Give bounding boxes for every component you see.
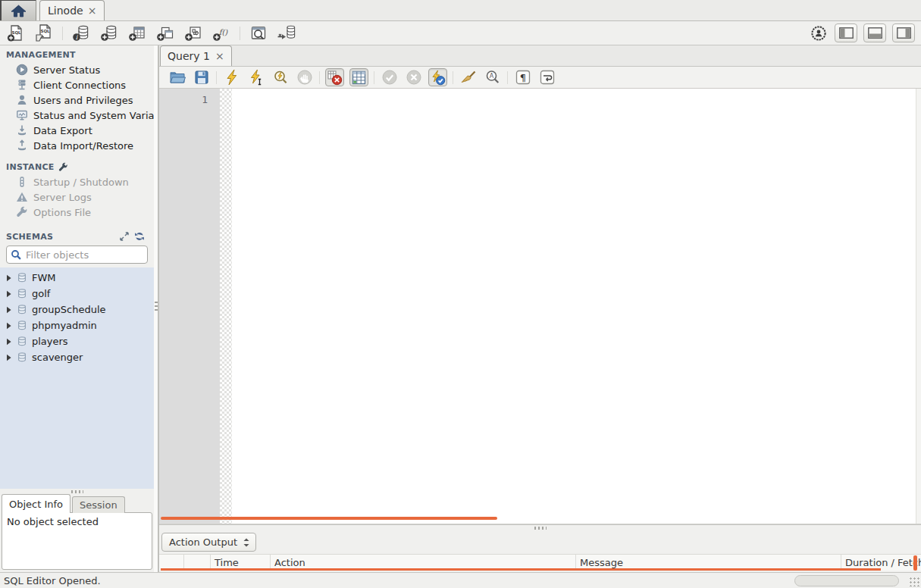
toggle-output-area-button[interactable] — [863, 23, 886, 42]
home-tab[interactable] — [0, 0, 36, 20]
sidebar-item-data-export[interactable]: Data Export — [0, 123, 154, 138]
output-splitter[interactable] — [159, 524, 921, 530]
toggle-sidebar-button[interactable] — [835, 23, 857, 42]
create-table-button[interactable] — [127, 23, 147, 43]
main-toolbar: SQL SQL i — [0, 21, 921, 45]
tab-object-info[interactable]: Object Info — [2, 494, 70, 513]
sidebar-item-startup-shutdown[interactable]: Startup / Shutdown — [0, 174, 154, 189]
schema-row-phpmyadmin[interactable]: phpmyadmin — [0, 317, 154, 333]
tab-session[interactable]: Session — [72, 496, 125, 513]
open-script-button[interactable] — [168, 68, 186, 86]
management-section-title: MANAGEMENT — [0, 45, 154, 62]
sidebar-item-options-file[interactable]: Options File — [0, 205, 154, 220]
output-view-selector[interactable]: Action Output — [161, 533, 256, 552]
sidebar-item-client-connections[interactable]: Client Connections — [0, 77, 154, 92]
expand-arrow-icon[interactable] — [6, 354, 12, 361]
close-icon[interactable]: × — [88, 5, 97, 16]
splitter-grip-icon — [71, 490, 83, 493]
panel-splitter[interactable] — [0, 489, 154, 494]
execute-current-statement-button[interactable] — [246, 68, 265, 86]
toggle-sidebar-icon — [839, 27, 854, 39]
svg-text:SQL: SQL — [40, 28, 50, 33]
window-resize-grip-icon[interactable] — [909, 577, 919, 586]
connection-tab-label: Linode — [48, 5, 83, 17]
expand-arrow-icon[interactable] — [6, 290, 12, 298]
sidebar-splitter[interactable] — [154, 45, 159, 572]
editor-vertical-scrollbar[interactable] — [916, 89, 921, 524]
beautify-script-button[interactable] — [459, 68, 478, 86]
find-button[interactable]: A — [483, 68, 502, 86]
sidebar-item-label: Server Logs — [33, 192, 92, 203]
reconnect-dbms-button[interactable] — [277, 23, 296, 43]
schema-row-players[interactable]: players — [0, 333, 154, 349]
new-sql-tab-button[interactable]: SQL — [6, 23, 26, 43]
stop-on-error-icon — [327, 70, 343, 86]
commit-button[interactable] — [380, 68, 399, 86]
schema-row-golf[interactable]: golf — [0, 286, 154, 302]
limit-rows-button[interactable] — [349, 68, 368, 86]
line-number-gutter: 1 — [159, 89, 220, 524]
schema-row-groupschedule[interactable]: groupSchedule — [0, 302, 154, 317]
wrench-icon — [58, 162, 68, 172]
create-schema-button[interactable] — [99, 23, 119, 43]
search-table-data-button[interactable] — [249, 23, 268, 43]
explain-plan-button[interactable] — [271, 68, 290, 86]
close-icon[interactable]: × — [215, 51, 224, 61]
sidebar-item-status-system-variables[interactable]: Status and System Variables — [0, 108, 154, 123]
save-icon — [193, 69, 210, 86]
schema-icon — [17, 352, 27, 363]
toggle-autocommit-button[interactable] — [428, 68, 447, 86]
svg-text:A: A — [489, 73, 493, 80]
output-scrollbar-thumb-horizontal[interactable] — [161, 568, 881, 571]
schema-row-fwm[interactable]: FWM — [0, 270, 154, 286]
expand-panel-icon[interactable] — [120, 232, 129, 241]
execute-button[interactable] — [222, 68, 241, 86]
editor-area: Query 1 × — [159, 45, 921, 572]
output-scrollbar-thumb-vertical[interactable] — [913, 555, 917, 571]
toolbar-right-group — [809, 23, 915, 43]
refresh-schemas-icon[interactable] — [134, 231, 145, 242]
user-account-button[interactable] — [809, 23, 829, 43]
search-icon — [11, 249, 22, 261]
create-stored-procedure-button[interactable] — [183, 23, 203, 43]
toggle-invisible-characters-button[interactable]: ¶ — [513, 68, 532, 86]
sidebar-item-data-import[interactable]: Data Import/Restore — [0, 138, 154, 153]
query-tab[interactable]: Query 1 × — [160, 45, 232, 66]
stop-query-button[interactable] — [295, 68, 314, 86]
save-script-button[interactable] — [192, 68, 211, 86]
toolbar-separator — [374, 71, 374, 84]
show-inspector-button[interactable]: i — [71, 23, 91, 43]
expand-arrow-icon[interactable] — [6, 306, 12, 314]
create-function-icon: f() — [212, 24, 230, 42]
toggle-stop-on-error-button[interactable] — [325, 68, 344, 86]
users-icon — [16, 94, 28, 106]
sql-editor[interactable]: 1 — [159, 89, 921, 524]
output-table-header: Time Action Message Duration / Fetch — [159, 554, 921, 571]
rollback-button[interactable] — [404, 68, 423, 86]
explain-magnifier-icon — [272, 69, 289, 86]
toolbar-separator — [319, 71, 320, 84]
editor-horizontal-scrollbar-thumb[interactable] — [161, 517, 497, 520]
create-function-button[interactable]: f() — [211, 23, 231, 43]
sidebar-item-users-privileges[interactable]: Users and Privileges — [0, 92, 154, 108]
toggle-word-wrap-button[interactable] — [537, 68, 556, 86]
options-file-icon — [16, 206, 28, 218]
create-view-button[interactable] — [155, 23, 175, 43]
sidebar-item-server-logs[interactable]: Server Logs — [0, 189, 154, 205]
toggle-secondary-sidebar-button[interactable] — [892, 23, 915, 42]
expand-arrow-icon[interactable] — [6, 338, 12, 346]
sidebar-item-server-status[interactable]: Server Status — [0, 62, 154, 77]
open-sql-script-button[interactable]: SQL — [34, 23, 54, 43]
expand-arrow-icon[interactable] — [6, 274, 12, 282]
schema-name: scavenger — [32, 352, 83, 363]
expand-arrow-icon[interactable] — [6, 322, 12, 330]
status-variables-icon — [16, 109, 28, 121]
schema-filter-input[interactable] — [26, 249, 143, 261]
open-folder-icon — [169, 69, 186, 86]
sql-editor-toolbar: A ¶ — [159, 67, 921, 89]
autocommit-icon — [430, 70, 446, 86]
schema-row-scavenger[interactable]: scavenger — [0, 349, 154, 365]
sidebar-item-label: Client Connections — [33, 80, 126, 91]
connection-tab[interactable]: Linode × — [39, 0, 105, 20]
editor-text-area[interactable] — [232, 89, 916, 524]
